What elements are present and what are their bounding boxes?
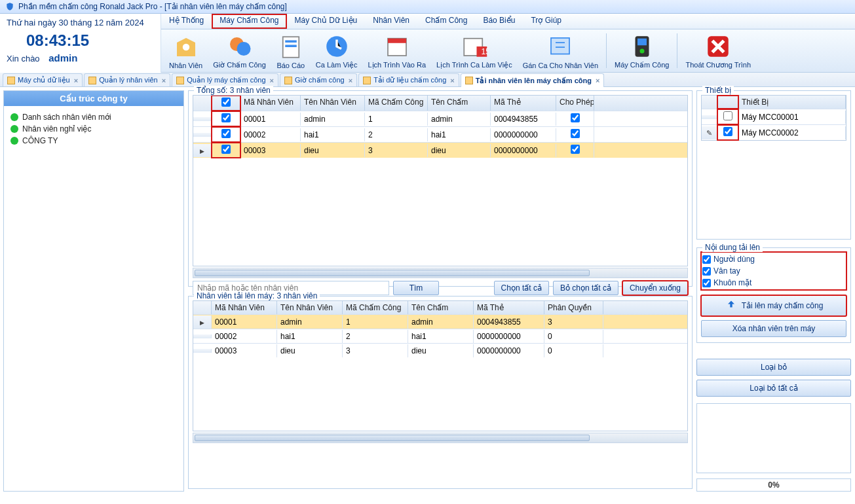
- device-checkbox[interactable]: [723, 127, 732, 136]
- move-down-button[interactable]: Chuyển xuống: [622, 281, 688, 295]
- svg-rect-5: [285, 45, 297, 48]
- search-button[interactable]: Tìm: [393, 281, 439, 295]
- svg-point-0: [182, 44, 189, 51]
- tab-icon: [284, 77, 292, 84]
- ribbon-device[interactable]: Máy Chấm Công: [609, 31, 674, 71]
- menu-item-5[interactable]: Báo Biểu: [475, 14, 523, 29]
- log-panel: [696, 403, 851, 473]
- opt-checkbox[interactable]: [702, 267, 711, 276]
- row-checkbox-cell[interactable]: [212, 111, 240, 126]
- tree-node-2[interactable]: CÔNG TY: [10, 135, 177, 147]
- deselect-all-button[interactable]: Bỏ chọn tất cả: [553, 281, 618, 295]
- status-dot-icon: [10, 137, 18, 145]
- doc-tab-0[interactable]: Máy chủ dữ liệu×: [3, 73, 83, 86]
- col-header-1[interactable]: Mã Nhân Viên: [212, 301, 277, 314]
- opt-checkbox[interactable]: [702, 255, 711, 264]
- col-header-4[interactable]: Tên Chấm: [408, 301, 474, 314]
- row-checkbox[interactable]: [221, 129, 231, 138]
- menu-item-0[interactable]: Hệ Thống: [161, 14, 212, 29]
- upload-opt-2[interactable]: Khuôn mặt: [702, 277, 846, 289]
- col-header-0[interactable]: [193, 96, 212, 111]
- doc-tab-2[interactable]: Quản lý máy chấm công×: [172, 73, 278, 86]
- row-header: [193, 133, 212, 137]
- row-checkbox[interactable]: [221, 145, 231, 154]
- close-icon[interactable]: ×: [450, 77, 454, 84]
- close-icon[interactable]: ×: [349, 77, 352, 84]
- ribbon-employees[interactable]: Nhân Viên: [164, 31, 208, 71]
- device-checkbox[interactable]: [723, 111, 732, 120]
- ribbon-att-hours[interactable]: Giờ Chấm Công: [208, 31, 271, 71]
- perm-checkbox[interactable]: [571, 145, 580, 154]
- menu-item-1[interactable]: Máy Chấm Công: [212, 14, 286, 29]
- upload-options-group: Nội dung tải lên Người dùngVân tayKhuôn …: [696, 247, 851, 343]
- header-checkbox[interactable]: [221, 98, 231, 107]
- doc-tab-4[interactable]: Tải dữ liệu chấm công×: [358, 73, 459, 86]
- table-row[interactable]: 00002hai12hai10000000000: [193, 126, 687, 142]
- app-shield-icon: [5, 2, 14, 11]
- menu-item-6[interactable]: Trợ Giúp: [523, 14, 569, 29]
- menu-item-4[interactable]: Chấm Công: [417, 14, 475, 29]
- device-row[interactable]: Máy MCC00002: [702, 124, 846, 140]
- close-icon[interactable]: ×: [596, 77, 599, 84]
- menu-item-3[interactable]: Nhân Viên: [365, 14, 417, 29]
- ribbon-exit[interactable]: Thoát Chương Trình: [680, 31, 756, 71]
- menu-item-2[interactable]: Máy Chủ Dữ Liệu: [287, 14, 366, 29]
- row-header: [193, 349, 212, 353]
- table-row[interactable]: 00003dieu3dieu0000000000: [193, 142, 687, 158]
- svg-text:15: 15: [481, 47, 488, 56]
- upload-opt-1[interactable]: Vân tay: [702, 265, 846, 277]
- remove-button[interactable]: Loại bỏ: [696, 359, 851, 376]
- employees-grid[interactable]: Mã Nhân ViênTên Nhân ViênMã Chấm CôngTên…: [193, 95, 688, 266]
- col-header-1[interactable]: [212, 96, 240, 111]
- remove-all-button[interactable]: Loại bỏ tất cả: [696, 380, 851, 397]
- perm-checkbox[interactable]: [571, 113, 580, 122]
- col-header-5[interactable]: Tên Chấm: [428, 96, 491, 111]
- col-header-6[interactable]: Phân Quyền: [544, 301, 603, 314]
- device-row[interactable]: Máy MCC00001: [702, 109, 846, 124]
- ribbon-shifts[interactable]: Ca Làm Việc: [311, 31, 363, 71]
- row-checkbox[interactable]: [221, 113, 231, 122]
- col-header-7[interactable]: Cho Phép: [556, 96, 594, 111]
- table-row[interactable]: 00003dieu3dieu00000000000: [193, 343, 687, 357]
- shifts-icon: [322, 32, 351, 61]
- table-row[interactable]: 00001admin1admin00049438553: [193, 314, 687, 329]
- doc-tab-1[interactable]: Quản lý nhân viên×: [84, 73, 170, 86]
- close-icon[interactable]: ×: [162, 77, 166, 84]
- ribbon-shift-schedule[interactable]: 15Lịch Trình Ca Làm Việc: [431, 31, 518, 71]
- col-header-5[interactable]: Mã Thẻ: [474, 301, 544, 314]
- upload-button[interactable]: Tải lên máy chấm công: [701, 295, 846, 316]
- perm-checkbox[interactable]: [571, 129, 580, 138]
- grid-scrollbar[interactable]: [193, 268, 688, 278]
- col-header-0[interactable]: [193, 301, 212, 314]
- table-row[interactable]: 00002hai12hai100000000000: [193, 329, 687, 343]
- ribbon-reports[interactable]: Báo Cáo: [271, 31, 311, 71]
- upload-options-list: Người dùngVân tayKhuôn mặt: [701, 252, 846, 290]
- ribbon-inout-schedule[interactable]: Lịch Trình Vào Ra: [362, 31, 431, 71]
- row-checkbox-cell[interactable]: [212, 127, 240, 142]
- company-tree-panel: Cấu trúc công ty Danh sách nhân viên mới…: [3, 90, 184, 492]
- doc-tab-3[interactable]: Giờ chấm công×: [280, 73, 357, 86]
- col-header-6[interactable]: Mã Thẻ: [491, 96, 556, 111]
- col-header-2[interactable]: Mã Nhân Viên: [240, 96, 301, 111]
- upload-opt-0[interactable]: Người dùng: [702, 253, 846, 265]
- select-all-button[interactable]: Chọn tất cả: [494, 281, 549, 295]
- devices-grid[interactable]: Thiết BịMáy MCC00001Máy MCC00002: [701, 95, 846, 141]
- col-header-3[interactable]: Mã Chấm Công: [343, 301, 408, 314]
- col-header-3[interactable]: Tên Nhân Viên: [301, 96, 365, 111]
- close-icon[interactable]: ×: [74, 77, 78, 84]
- upload-grid[interactable]: Mã Nhân ViênTên Nhân ViênMã Chấm CôngTên…: [193, 300, 688, 431]
- device-col-header[interactable]: Thiết Bị: [738, 96, 846, 109]
- tree-node-1[interactable]: Nhân viên nghỉ việc: [10, 123, 177, 135]
- doc-tab-5[interactable]: Tải nhân viên lên máy chấm công×: [461, 73, 605, 87]
- devices-group: Thiết bị Thiết BịMáy MCC00001Máy MCC0000…: [696, 90, 851, 240]
- upload-grid-scrollbar[interactable]: [193, 433, 688, 443]
- col-header-2[interactable]: Tên Nhân Viên: [277, 301, 343, 314]
- col-header-4[interactable]: Mã Chấm Công: [365, 96, 428, 111]
- table-row[interactable]: 00001admin1admin0004943855: [193, 111, 687, 126]
- close-icon[interactable]: ×: [270, 77, 274, 84]
- opt-checkbox[interactable]: [702, 279, 711, 287]
- tree-node-0[interactable]: Danh sách nhân viên mới: [10, 111, 177, 123]
- row-checkbox-cell[interactable]: [212, 143, 240, 158]
- delete-on-device-button[interactable]: Xóa nhân viên trên máy: [701, 320, 846, 337]
- ribbon-assign-shift[interactable]: Gán Ca Cho Nhân Viên: [518, 31, 603, 71]
